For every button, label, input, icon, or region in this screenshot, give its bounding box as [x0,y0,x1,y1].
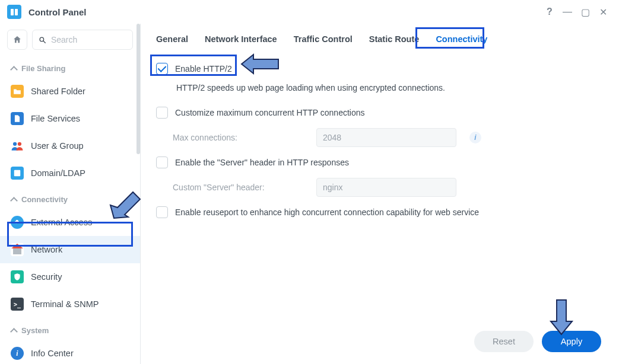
sidebar-item-info-center[interactable]: i Info Center [0,340,140,364]
label-customize-max: Customize maximum concurrent HTTP connec… [175,108,365,117]
info-icon[interactable]: i [469,132,481,143]
group-file-sharing[interactable]: File Sharing [0,56,140,78]
apply-button[interactable]: Apply [542,331,601,352]
sidebar-item-label: External Access [31,218,92,227]
svg-rect-4 [14,170,21,177]
file-icon [11,112,24,125]
input-custom-server [316,178,456,197]
label-server-header: Enable the "Server" header in HTTP respo… [175,158,349,167]
close-icon[interactable]: ✕ [594,7,612,18]
sidebar-item-label: Terminal & SNMP [31,299,99,309]
checkbox-server-header[interactable] [156,157,168,168]
row-enable-reuseport[interactable]: Enable reuseport to enhance high concurr… [156,202,604,223]
window-title: Control Panel [28,7,87,17]
tab-network-interface[interactable]: Network Interface [205,34,277,44]
svg-point-2 [13,142,17,146]
reset-button[interactable]: Reset [474,331,534,352]
row-enable-http2[interactable]: Enable HTTP/2 [156,58,604,79]
sidebar-item-user-group[interactable]: User & Group [0,132,140,159]
sidebar-item-label: Security [31,272,62,282]
svg-line-1 [43,41,45,43]
sidebar-item-terminal-snmp[interactable]: >_ Terminal & SNMP [0,290,140,318]
sidebar-item-label: User & Group [31,141,84,151]
terminal-icon: >_ [11,298,24,311]
chevron-up-icon [11,328,17,334]
help-icon[interactable]: ? [541,7,558,17]
checkbox-enable-http2[interactable] [156,63,168,75]
tab-traffic-control[interactable]: Traffic Control [294,34,353,44]
sidebar-item-label: Info Center [31,349,74,358]
label-enable-http2: Enable HTTP/2 [175,64,232,74]
tab-static-route[interactable]: Static Route [369,34,420,44]
sidebar-item-label: File Services [31,114,80,123]
search-input[interactable] [51,35,126,44]
sidebar-item-domain-ldap[interactable]: Domain/LDAP [0,159,140,187]
checkbox-reuseport[interactable] [156,206,168,218]
users-icon [11,139,24,152]
home-icon [12,35,22,44]
input-max-connections [316,128,456,147]
sidebar-item-label: Domain/LDAP [31,168,85,178]
label-reuseport: Enable reuseport to enhance high concurr… [175,207,479,217]
tab-general[interactable]: General [156,34,188,44]
app-icon [7,5,21,19]
sidebar-item-label: Shared Folder [31,87,85,96]
sidebar-item-security[interactable]: Security [0,263,140,290]
row-enable-server-header[interactable]: Enable the "Server" header in HTTP respo… [156,152,604,173]
home-button[interactable] [7,30,27,50]
row-customize-max[interactable]: Customize maximum concurrent HTTP connec… [156,102,604,123]
sidebar-item-shared-folder[interactable]: Shared Folder [0,78,140,105]
shield-icon [11,270,24,283]
sidebar-item-label: Network [31,245,62,254]
tabs: General Network Interface Traffic Contro… [141,24,619,52]
folder-icon [11,85,24,98]
svg-point-3 [18,142,21,146]
domain-icon [11,167,24,180]
group-label: System [21,326,49,335]
network-icon [11,243,24,256]
http2-description: HTTP/2 speeds up web page loading when u… [176,83,604,92]
sidebar-item-file-services[interactable]: File Services [0,105,140,132]
group-label: Connectivity [21,195,68,204]
content: General Network Interface Traffic Contro… [141,24,619,364]
label-max-connections: Max connections: [173,133,309,142]
label-custom-server: Custom "Server" header: [173,183,309,192]
group-system[interactable]: System [0,318,140,340]
link-icon [11,216,24,229]
sidebar-item-external-access[interactable]: External Access [0,209,140,236]
info-icon: i [11,347,24,360]
tab-connectivity[interactable]: Connectivity [436,34,487,44]
sidebar-item-network[interactable]: Network [0,236,140,263]
group-label: File Sharing [21,64,65,73]
chevron-up-icon [11,197,17,203]
group-connectivity[interactable]: Connectivity [0,187,140,209]
search-icon [39,36,46,44]
sidebar: File Sharing Shared Folder File Services… [0,24,141,364]
chevron-up-icon [11,66,17,72]
search-box[interactable] [32,30,133,50]
minimize-icon[interactable]: — [558,7,576,17]
titlebar: Control Panel ? — ▢ ✕ [0,0,619,24]
checkbox-customize-max[interactable] [156,107,168,119]
maximize-icon[interactable]: ▢ [576,7,594,18]
